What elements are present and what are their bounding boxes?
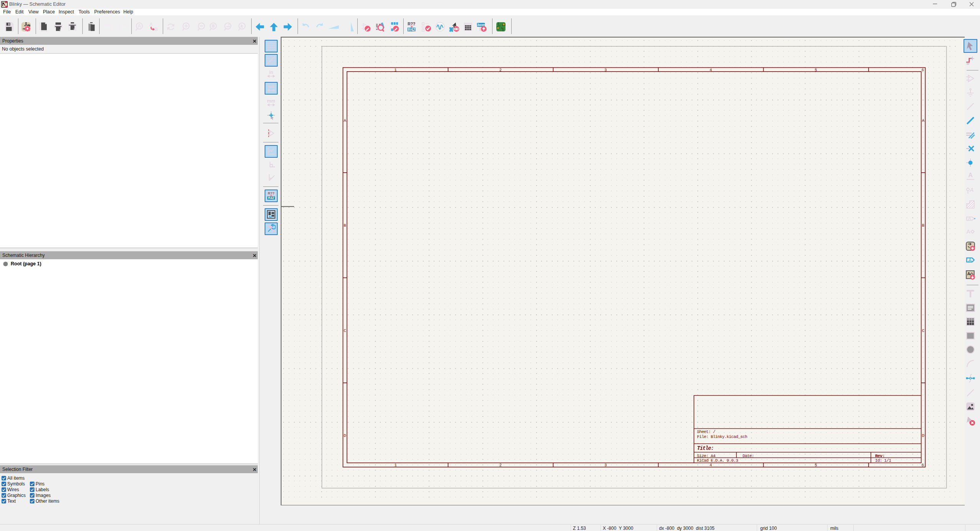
svg-text:B: B xyxy=(344,223,346,228)
svg-text:A: A xyxy=(968,172,973,178)
svg-text:A: A xyxy=(149,22,153,27)
svg-text:R??: R?? xyxy=(268,191,275,195)
svg-text:1: 1 xyxy=(394,463,397,467)
svg-text:1: 1 xyxy=(394,68,397,72)
svg-text:R42: R42 xyxy=(408,28,415,32)
svg-text:5: 5 xyxy=(815,463,817,467)
svg-text:Sheet: /: Sheet: / xyxy=(697,430,715,434)
svg-text:Id: 1/1: Id: 1/1 xyxy=(875,458,892,463)
svg-text:A: A xyxy=(138,23,141,29)
svg-text:4: 4 xyxy=(710,68,712,72)
svg-text:4: 4 xyxy=(710,463,712,467)
svg-text:B: B xyxy=(922,223,924,228)
svg-text:File: Blinky.kicad_sch: File: Blinky.kicad_sch xyxy=(697,435,747,439)
svg-text:3: 3 xyxy=(604,68,607,72)
svg-text:in: in xyxy=(269,70,273,75)
svg-text:Date:: Date: xyxy=(743,454,754,458)
svg-text:Title:: Title: xyxy=(697,445,713,451)
svg-text:6: 6 xyxy=(921,68,924,72)
svg-text:A: A xyxy=(967,271,970,276)
svg-text:R42: R42 xyxy=(268,196,275,200)
svg-text:5: 5 xyxy=(815,68,817,72)
svg-text:mil: mil xyxy=(268,84,275,89)
svg-text:A: A xyxy=(922,118,925,123)
svg-text:A: A xyxy=(969,186,973,193)
svg-text:3: 3 xyxy=(604,463,607,467)
svg-text:B: B xyxy=(154,26,158,32)
svg-text:2: 2 xyxy=(499,463,502,467)
svg-text:A: A xyxy=(967,228,971,235)
svg-text:KiCad E.D.A. 9.0.3: KiCad E.D.A. 9.0.3 xyxy=(697,458,738,463)
svg-text:mm: mm xyxy=(267,98,275,104)
svg-text:A: A xyxy=(344,118,347,123)
svg-text:2: 2 xyxy=(499,68,502,72)
svg-text:A: A xyxy=(969,257,972,263)
svg-text:Size: A4: Size: A4 xyxy=(697,454,716,458)
svg-text:D: D xyxy=(922,433,924,438)
svg-text:C: C xyxy=(922,328,924,333)
svg-text:A: A xyxy=(968,216,971,221)
svg-text:R??: R?? xyxy=(407,22,415,26)
svg-text:Rev:: Rev: xyxy=(875,453,885,458)
svg-text:C: C xyxy=(344,328,346,333)
svg-text:6: 6 xyxy=(921,463,924,467)
svg-text:D: D xyxy=(344,433,346,438)
